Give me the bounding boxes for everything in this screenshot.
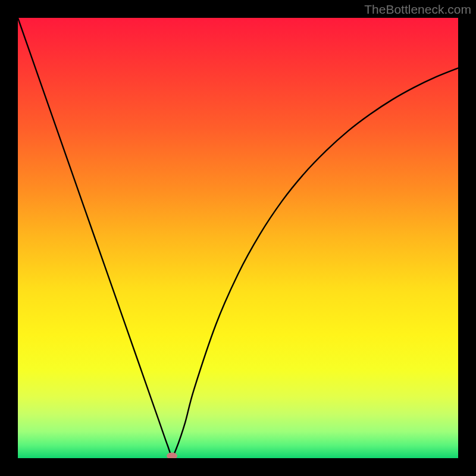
watermark-text: TheBottleneck.com xyxy=(364,2,471,17)
gradient-background xyxy=(18,18,458,458)
chart-frame: TheBottleneck.com xyxy=(0,0,476,476)
plot-area xyxy=(18,18,458,458)
bottleneck-curve-chart xyxy=(18,18,458,458)
